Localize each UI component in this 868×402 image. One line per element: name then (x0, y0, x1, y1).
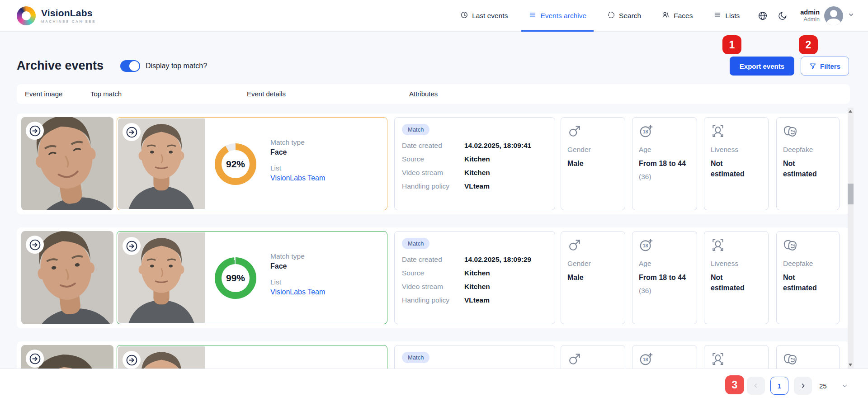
svg-text:18: 18 (643, 129, 648, 134)
event-image (21, 117, 113, 210)
detail-link[interactable]: VLteam (464, 295, 490, 305)
attribute-value: Not estimated (711, 272, 748, 293)
open-event-button[interactable] (26, 122, 44, 140)
open-match-button[interactable] (123, 351, 141, 369)
match-face-image (118, 118, 205, 209)
attribute-card-liveness (704, 345, 769, 369)
per-page-select[interactable]: 25 (813, 377, 853, 394)
gender-male-icon (567, 124, 618, 138)
attribute-label: Age (639, 146, 690, 154)
brand-tagline: MACHINES CAN SEE (41, 19, 96, 24)
deepfake-icon (783, 124, 833, 138)
menu-icon (713, 11, 722, 21)
attribute-card-deepfake (776, 345, 840, 369)
next-page-button[interactable] (794, 377, 812, 395)
open-event-button[interactable] (26, 236, 44, 254)
chevron-down-icon (841, 383, 848, 389)
nav-item-search[interactable]: Search (607, 0, 641, 32)
age-18-icon: 18 (639, 238, 690, 252)
attribute-value: Male (567, 272, 618, 283)
nav-item-lists[interactable]: Lists (713, 0, 740, 32)
attribute-value: From 18 to 44 (639, 158, 690, 169)
attribute-card-liveness: LivenessNot estimated (704, 117, 769, 210)
open-match-button[interactable] (123, 237, 141, 255)
detail-link[interactable]: Kitchen (464, 168, 490, 177)
visionlabs-logo-icon (17, 6, 36, 25)
detail-link[interactable]: Kitchen (464, 282, 490, 291)
chevron-down-icon[interactable] (848, 11, 854, 20)
user-name: admin (800, 8, 820, 16)
gender-male-icon (567, 352, 618, 366)
col-attributes: Attributes (409, 90, 438, 98)
event-details-card: Match (394, 345, 555, 369)
vertical-scrollbar (848, 108, 854, 369)
attribute-value: From 18 to 44 (639, 272, 690, 283)
arrow-right-circle-icon (126, 354, 138, 366)
dark-mode-moon-icon[interactable] (778, 11, 788, 21)
display-top-match-toggle[interactable] (120, 60, 140, 72)
attribute-card-age: 18AgeFrom 18 to 44(36) (632, 117, 697, 210)
attribute-label: Gender (567, 260, 618, 268)
match-badge: Match (402, 352, 429, 363)
list-label: List (270, 278, 325, 286)
page-1-button[interactable]: 1 (770, 377, 788, 395)
clock-icon (460, 11, 468, 21)
col-top-match: Top match (90, 90, 122, 98)
attribute-label: Deepfake (783, 260, 833, 268)
top-match-card: 99% Match type Face List VisionLabs Team (117, 231, 387, 324)
liveness-icon (711, 238, 762, 252)
scroll-up-arrow[interactable] (849, 110, 852, 113)
filters-button[interactable]: Filters (801, 57, 849, 76)
scroll-down-arrow[interactable] (849, 364, 852, 366)
chevron-right-icon (799, 382, 807, 389)
event-image (21, 345, 113, 369)
nav-item-events-archive[interactable]: Events archive (528, 0, 586, 32)
deepfake-icon (783, 238, 833, 252)
nav-item-faces[interactable]: Faces (662, 0, 693, 32)
match-type-label: Match type (270, 138, 325, 147)
col-event-image: Event image (25, 90, 62, 98)
scrollbar-thumb[interactable] (848, 184, 854, 204)
top-match-card: 92% Match type Face List VisionLabs Team (117, 117, 387, 210)
detail-video-stream: Video streamKitchen (402, 168, 547, 177)
language-globe-icon[interactable] (758, 11, 768, 21)
list-link[interactable]: VisionLabs Team (270, 174, 325, 182)
main-nav: Last eventsEvents archiveSearchFacesList… (460, 0, 740, 32)
annotation-badge-1: 1 (722, 35, 741, 54)
user-role: Admin (800, 16, 820, 24)
export-events-button[interactable]: Export events (730, 57, 794, 76)
arrow-right-circle-icon (29, 353, 41, 365)
detail-video-stream: Video streamKitchen (402, 282, 547, 291)
open-match-button[interactable] (123, 123, 141, 141)
match-type-label: Match type (270, 252, 325, 260)
app-header: VisionLabs MACHINES CAN SEE Last eventsE… (0, 0, 868, 32)
detail-source: SourceKitchen (402, 154, 547, 164)
event-image (21, 231, 113, 324)
attribute-card-gender: GenderMale (561, 117, 625, 210)
similarity-donut: 92% (215, 143, 256, 185)
list-link[interactable]: VisionLabs Team (270, 288, 325, 296)
attribute-card-liveness: LivenessNot estimated (704, 231, 769, 324)
event-details-card: Match Date created14.02.2025, 18:09:41So… (394, 117, 555, 210)
events-list: 92% Match type Face List VisionLabs Team… (17, 107, 850, 369)
detail-link[interactable]: VLteam (464, 181, 490, 191)
attribute-value: Not estimated (783, 272, 820, 293)
prev-page-button[interactable] (747, 377, 765, 395)
match-type-value: Face (270, 148, 325, 156)
brand-logo: VisionLabs MACHINES CAN SEE (17, 6, 96, 25)
attribute-label: Liveness (711, 260, 762, 268)
user-menu[interactable]: admin Admin (800, 6, 854, 25)
event-details-card: Match Date created14.02.2025, 18:09:29So… (394, 231, 555, 324)
chevron-left-icon (752, 382, 760, 389)
attribute-label: Gender (567, 146, 618, 154)
attribute-value: Not estimated (711, 158, 748, 179)
nav-item-last-events[interactable]: Last events (460, 0, 508, 32)
arrow-right-circle-icon (29, 125, 41, 137)
open-event-button[interactable] (26, 350, 44, 368)
detail-handling-policy: Handling policyVLteam (402, 295, 547, 305)
avatar[interactable] (824, 6, 843, 25)
table-header: Event image Top match Event details Attr… (17, 84, 850, 104)
match-type-value: Face (270, 262, 325, 270)
detail-handling-policy: Handling policyVLteam (402, 181, 547, 191)
liveness-icon (711, 352, 762, 366)
